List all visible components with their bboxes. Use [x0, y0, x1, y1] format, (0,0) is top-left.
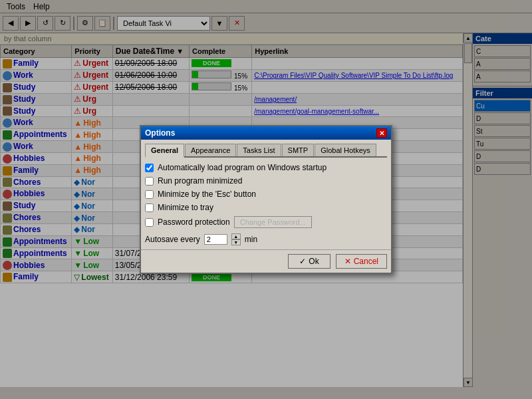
- modal-overlay: Options ✕ General Appearance Tasks List …: [0, 0, 532, 399]
- label-run-minimized: Run program minimized: [158, 176, 242, 186]
- change-password-btn[interactable]: Change Password...: [234, 216, 312, 228]
- autosave-up-btn[interactable]: ▲: [231, 233, 241, 239]
- dialog-tabs: General Appearance Tasks List SMTP Globa…: [145, 144, 387, 158]
- tab-content-general: Automatically load program on Windows st…: [145, 163, 387, 245]
- dialog-content: General Appearance Tasks List SMTP Globa…: [141, 140, 391, 249]
- dialog-title-bar: Options ✕: [141, 126, 391, 140]
- options-dialog: Options ✕ General Appearance Tasks List …: [140, 125, 392, 274]
- checkbox-row-password: Password protection Change Password...: [145, 216, 387, 228]
- label-password-protection: Password protection: [158, 217, 230, 227]
- autosave-row: Autosave every ▲ ▼ min: [145, 233, 387, 245]
- label-minimize-tray: Minimize to tray: [158, 203, 213, 212]
- autosave-spinner: ▲ ▼: [231, 233, 241, 245]
- ok-checkmark-icon: ✓: [299, 257, 306, 266]
- autosave-input[interactable]: [204, 234, 227, 245]
- checkbox-row-auto-load: Automatically load program on Windows st…: [145, 163, 387, 172]
- autosave-unit: min: [245, 235, 257, 244]
- label-minimize-esc: Minimize by the 'Esc' button: [158, 190, 256, 199]
- checkbox-run-minimized[interactable]: [145, 177, 154, 186]
- tab-general[interactable]: General: [145, 144, 184, 158]
- checkbox-row-min-esc: Minimize by the 'Esc' button: [145, 190, 387, 199]
- cancel-button[interactable]: ✕ Cancel: [336, 254, 387, 269]
- label-auto-load: Automatically load program on Windows st…: [158, 163, 327, 172]
- checkbox-minimize-esc[interactable]: [145, 190, 154, 199]
- dialog-title: Options: [145, 128, 175, 138]
- cancel-x-icon: ✕: [344, 257, 351, 266]
- autosave-label: Autosave every: [145, 235, 200, 244]
- tab-appearance[interactable]: Appearance: [185, 144, 236, 156]
- checkbox-row-min-tray: Minimize to tray: [145, 203, 387, 212]
- ok-button[interactable]: ✓ Ok: [288, 254, 330, 269]
- checkbox-auto-load[interactable]: [145, 164, 154, 172]
- dialog-buttons: ✓ Ok ✕ Cancel: [141, 249, 391, 273]
- tab-tasks-list[interactable]: Tasks List: [237, 144, 281, 156]
- tab-global-hotkeys[interactable]: Global Hotkeys: [315, 144, 376, 156]
- checkbox-row-run-min: Run program minimized: [145, 176, 387, 186]
- cancel-label: Cancel: [354, 257, 378, 266]
- dialog-close-btn[interactable]: ✕: [376, 128, 387, 138]
- autosave-down-btn[interactable]: ▼: [231, 239, 241, 245]
- ok-label: Ok: [309, 257, 319, 266]
- checkbox-password-protection[interactable]: [145, 218, 154, 227]
- tab-smtp[interactable]: SMTP: [282, 144, 315, 156]
- checkbox-minimize-tray[interactable]: [145, 203, 154, 212]
